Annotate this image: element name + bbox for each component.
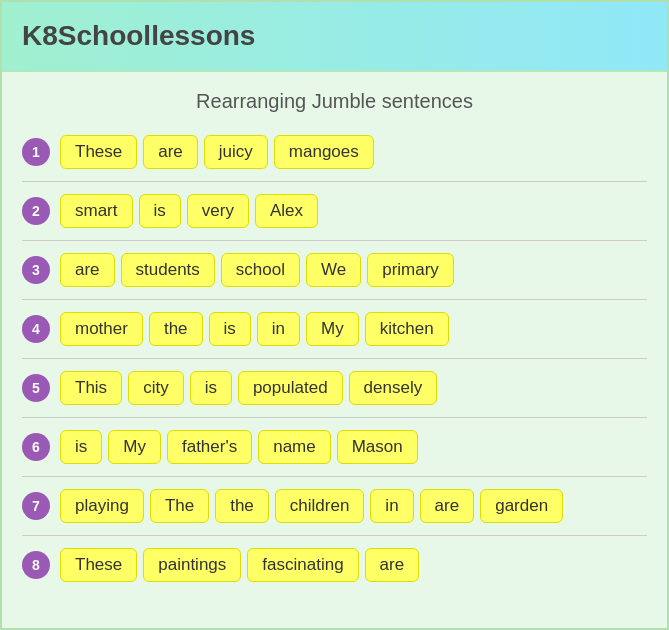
- sentence-row: 4mothertheisinMykitchen: [22, 300, 647, 359]
- sentence-row: 3arestudentsschoolWeprimary: [22, 241, 647, 300]
- word-chip[interactable]: the: [149, 312, 203, 346]
- word-chip[interactable]: very: [187, 194, 249, 228]
- word-chip[interactable]: My: [108, 430, 161, 464]
- word-chip[interactable]: densely: [349, 371, 438, 405]
- word-chip[interactable]: is: [60, 430, 102, 464]
- word-chip[interactable]: The: [150, 489, 209, 523]
- word-chip[interactable]: populated: [238, 371, 343, 405]
- word-chip[interactable]: playing: [60, 489, 144, 523]
- word-chip[interactable]: school: [221, 253, 300, 287]
- word-chip[interactable]: father's: [167, 430, 252, 464]
- word-chip[interactable]: is: [209, 312, 251, 346]
- word-chip[interactable]: smart: [60, 194, 133, 228]
- word-chip[interactable]: children: [275, 489, 365, 523]
- number-badge: 6: [22, 433, 50, 461]
- number-badge: 3: [22, 256, 50, 284]
- word-chip[interactable]: garden: [480, 489, 563, 523]
- sentences-container: 1Thesearejuicymangoes2smartisveryAlex3ar…: [2, 123, 667, 614]
- word-chip[interactable]: is: [190, 371, 232, 405]
- word-chip[interactable]: kitchen: [365, 312, 449, 346]
- sentence-row: 8Thesepaintingsfascinatingare: [22, 536, 647, 594]
- word-chip[interactable]: fascinating: [247, 548, 358, 582]
- word-chip[interactable]: These: [60, 548, 137, 582]
- word-chip[interactable]: This: [60, 371, 122, 405]
- sentence-row: 6isMyfather'snameMason: [22, 418, 647, 477]
- number-badge: 7: [22, 492, 50, 520]
- app-container: K8Schoollessons Rearranging Jumble sente…: [0, 0, 669, 630]
- word-chip[interactable]: paintings: [143, 548, 241, 582]
- sentence-row: 1Thesearejuicymangoes: [22, 123, 647, 182]
- word-chip[interactable]: are: [420, 489, 475, 523]
- number-badge: 4: [22, 315, 50, 343]
- page-title: Rearranging Jumble sentences: [2, 72, 667, 123]
- header: K8Schoollessons: [2, 2, 667, 72]
- word-chip[interactable]: in: [257, 312, 300, 346]
- word-chip[interactable]: mother: [60, 312, 143, 346]
- word-chip[interactable]: name: [258, 430, 331, 464]
- word-chip[interactable]: are: [60, 253, 115, 287]
- sentence-row: 7playingThethechildreninaregarden: [22, 477, 647, 536]
- sentence-row: 5Thiscityispopulateddensely: [22, 359, 647, 418]
- number-badge: 8: [22, 551, 50, 579]
- word-chip[interactable]: are: [143, 135, 198, 169]
- word-chip[interactable]: Alex: [255, 194, 318, 228]
- word-chip[interactable]: We: [306, 253, 361, 287]
- word-chip[interactable]: juicy: [204, 135, 268, 169]
- word-chip[interactable]: is: [139, 194, 181, 228]
- number-badge: 1: [22, 138, 50, 166]
- word-chip[interactable]: are: [365, 548, 420, 582]
- word-chip[interactable]: mangoes: [274, 135, 374, 169]
- number-badge: 2: [22, 197, 50, 225]
- word-chip[interactable]: These: [60, 135, 137, 169]
- word-chip[interactable]: My: [306, 312, 359, 346]
- word-chip[interactable]: primary: [367, 253, 454, 287]
- word-chip[interactable]: students: [121, 253, 215, 287]
- word-chip[interactable]: Mason: [337, 430, 418, 464]
- word-chip[interactable]: in: [370, 489, 413, 523]
- header-title: K8Schoollessons: [22, 20, 255, 51]
- word-chip[interactable]: city: [128, 371, 184, 405]
- sentence-row: 2smartisveryAlex: [22, 182, 647, 241]
- number-badge: 5: [22, 374, 50, 402]
- word-chip[interactable]: the: [215, 489, 269, 523]
